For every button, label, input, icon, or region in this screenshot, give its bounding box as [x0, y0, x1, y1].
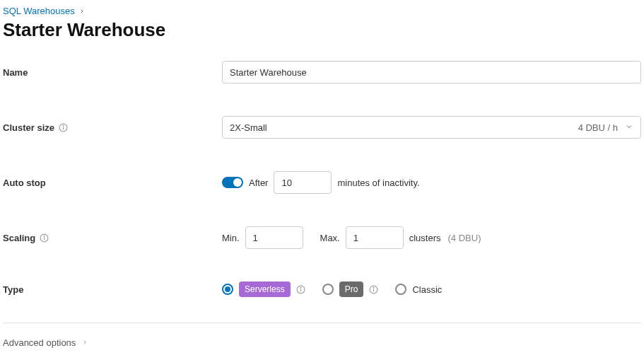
svg-point-8	[300, 287, 301, 288]
chevron-right-icon	[81, 337, 88, 348]
radio-serverless[interactable]	[222, 284, 233, 295]
chevron-down-icon	[625, 122, 633, 133]
row-name: Name	[3, 61, 641, 83]
scaling-note: (4 DBU)	[448, 233, 481, 243]
label-scaling-text: Scaling	[3, 233, 35, 243]
radio-item-classic: Classic	[395, 284, 442, 295]
type-radio-group: Serverless Pro Classic	[222, 281, 442, 297]
scaling-min-label: Min.	[222, 233, 240, 243]
info-icon[interactable]	[40, 233, 49, 243]
name-input[interactable]	[222, 61, 641, 83]
cluster-size-select[interactable]: 2X-Small 4 DBU / h	[222, 116, 641, 139]
auto-stop-toggle[interactable]	[222, 177, 243, 188]
row-type: Type Serverless Pro Classic	[3, 281, 641, 297]
row-scaling: Scaling Min. Max. clusters (4 DBU)	[3, 226, 641, 249]
radio-pro[interactable]	[322, 284, 334, 295]
advanced-options-label: Advanced options	[3, 337, 76, 348]
scaling-clusters-label: clusters	[409, 233, 441, 243]
svg-point-2	[63, 125, 64, 126]
label-classic: Classic	[412, 284, 442, 295]
radio-item-serverless: Serverless	[222, 281, 305, 297]
svg-point-5	[44, 236, 45, 236]
info-icon[interactable]	[59, 123, 68, 132]
radio-classic[interactable]	[395, 284, 406, 295]
row-auto-stop: Auto stop After minutes of inactivity.	[3, 171, 641, 194]
badge-pro: Pro	[339, 281, 364, 297]
scaling-max-label: Max.	[320, 233, 340, 243]
label-type: Type	[3, 284, 222, 295]
scaling-min-input[interactable]	[245, 226, 303, 249]
radio-item-pro: Pro	[322, 281, 379, 297]
auto-stop-suffix: minutes of inactivity.	[337, 178, 419, 188]
info-icon[interactable]	[369, 285, 378, 294]
cluster-size-value: 2X-Small	[230, 122, 267, 133]
cluster-size-cost: 4 DBU / h	[578, 122, 618, 133]
label-cluster-size-text: Cluster size	[3, 122, 54, 133]
divider	[3, 323, 641, 323]
breadcrumb-parent-link[interactable]: SQL Warehouses	[3, 6, 75, 16]
scaling-max-input[interactable]	[346, 226, 404, 249]
breadcrumb: SQL Warehouses	[3, 6, 641, 16]
label-scaling: Scaling	[3, 233, 222, 243]
label-name: Name	[3, 67, 222, 78]
row-cluster-size: Cluster size 2X-Small 4 DBU / h	[3, 116, 641, 139]
svg-point-11	[373, 287, 374, 288]
label-cluster-size: Cluster size	[3, 122, 222, 133]
info-icon[interactable]	[296, 285, 305, 294]
auto-stop-minutes-input[interactable]	[274, 171, 332, 194]
advanced-options-toggle[interactable]: Advanced options	[3, 337, 641, 348]
chevron-right-icon	[79, 6, 85, 16]
auto-stop-prefix: After	[249, 178, 268, 188]
label-auto-stop: Auto stop	[3, 178, 222, 188]
badge-serverless: Serverless	[239, 281, 291, 297]
page-title: Starter Warehouse	[3, 19, 641, 41]
